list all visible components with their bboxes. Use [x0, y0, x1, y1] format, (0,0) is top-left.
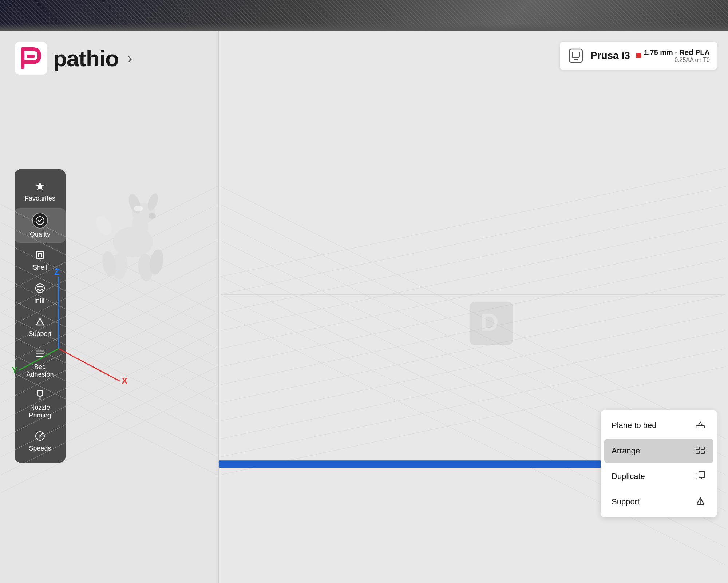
printer-name: Prusa i3 [590, 50, 630, 62]
balloon-dog-svg [73, 169, 200, 297]
duplicate-icon [695, 470, 706, 483]
svg-line-45 [19, 349, 59, 370]
filament-color-dot [636, 53, 641, 58]
filament-info: 1.75 mm - Red PLA 0.25AA on T0 [636, 48, 710, 63]
arrange-button[interactable]: Arrange [604, 439, 713, 463]
svg-rect-89 [696, 426, 705, 428]
svg-rect-62 [572, 52, 579, 57]
pathio-logo-icon [15, 42, 47, 75]
right-panel: Prusa i3 1.75 mm - Red PLA 0.25AA on T0 [218, 31, 728, 583]
svg-text:Z: Z [54, 267, 60, 277]
grid-svg-left: Z X Y [0, 78, 218, 583]
svg-text:X: X [122, 376, 127, 386]
app-container: pathio › Favourites [0, 31, 728, 583]
svg-line-75 [221, 186, 726, 294]
plane-to-bed-button[interactable]: Plane to bed [604, 413, 713, 437]
svg-rect-92 [696, 451, 700, 453]
svg-point-49 [93, 214, 114, 238]
support-context-label: Support [612, 497, 640, 507]
svg-line-74 [221, 168, 726, 277]
plane-to-bed-icon [695, 419, 706, 432]
viewport-left: Z X Y [0, 78, 218, 583]
support-context-icon [695, 496, 706, 508]
svg-rect-93 [701, 451, 705, 453]
arrange-icon [695, 445, 706, 457]
printer-icon [567, 47, 585, 64]
left-panel: pathio › Favourites [0, 31, 218, 583]
plane-to-bed-label: Plane to bed [612, 421, 657, 430]
svg-line-44 [59, 349, 120, 381]
svg-text:Y: Y [12, 365, 17, 375]
svg-point-59 [149, 213, 156, 219]
svg-rect-95 [699, 472, 705, 477]
svg-point-60 [134, 206, 143, 211]
svg-text:D: D [480, 308, 499, 336]
panel-divider [218, 31, 219, 583]
svg-rect-90 [696, 447, 700, 449]
svg-line-76 [221, 205, 726, 313]
duplicate-button[interactable]: Duplicate [604, 464, 713, 488]
context-panel: Plane to bed Arrange [601, 410, 717, 517]
3d-model[interactable] [73, 169, 200, 297]
svg-rect-86 [218, 460, 622, 468]
svg-line-32 [1, 385, 217, 493]
app-header: pathio › [0, 31, 218, 86]
nav-chevron[interactable]: › [127, 50, 132, 67]
arrange-label: Arrange [612, 446, 640, 456]
logo-container[interactable]: pathio › [15, 42, 132, 75]
svg-rect-61 [569, 49, 582, 62]
svg-rect-91 [701, 447, 705, 449]
support-context-button[interactable]: Support [604, 490, 713, 514]
top-photo [0, 0, 728, 31]
filament-label: 1.75 mm - Red PLA [644, 48, 710, 56]
app-name: pathio [53, 45, 119, 71]
printer-selector[interactable]: Prusa i3 1.75 mm - Red PLA 0.25AA on T0 [560, 42, 717, 70]
filament-sub: 0.25AA on T0 [644, 57, 710, 63]
duplicate-label: Duplicate [612, 472, 645, 481]
